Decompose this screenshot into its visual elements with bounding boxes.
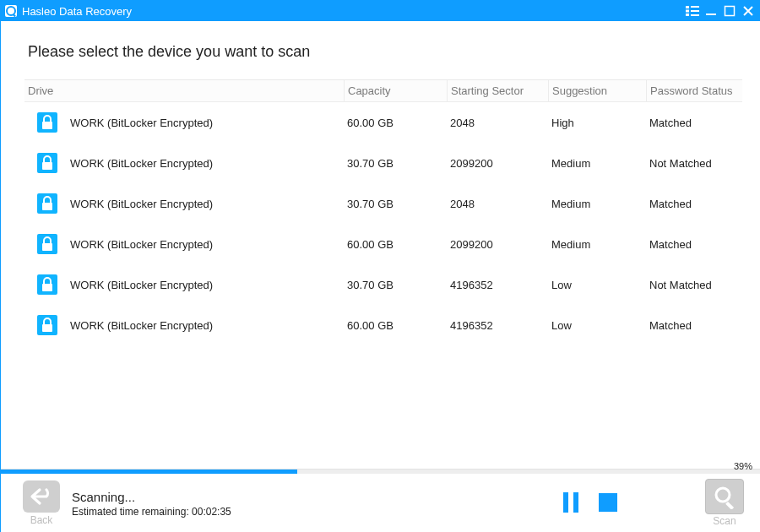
drive-name: WORK (BitLocker Encrypted) [67, 198, 213, 210]
scan-progress-percent: 39% [734, 461, 752, 471]
suggestion-cell: Medium [548, 198, 646, 210]
stop-button[interactable] [597, 491, 619, 514]
capacity-cell: 60.00 GB [344, 238, 447, 251]
starting-sector-cell: 2099200 [447, 157, 548, 170]
password-status-cell: Matched [646, 198, 742, 210]
footer-bar: 39% Back Scanning... Estimated time rema… [1, 474, 760, 532]
svg-rect-27 [725, 502, 734, 509]
app-icon [3, 3, 19, 19]
table-row[interactable]: WORK (BitLocker Encrypted)30.70 GB2048Me… [24, 183, 742, 224]
table-header: Drive Capacity Starting Sector Suggestio… [24, 80, 742, 102]
suggestion-cell: High [548, 117, 646, 129]
suggestion-cell: Medium [548, 238, 646, 251]
table-row[interactable]: WORK (BitLocker Encrypted)60.00 GB419635… [24, 305, 742, 345]
th-password-status[interactable]: Password Status [646, 80, 742, 101]
svg-rect-18 [42, 243, 52, 251]
lock-icon [36, 111, 58, 133]
starting-sector-cell: 2048 [447, 198, 548, 210]
maximize-button[interactable] [720, 2, 739, 20]
minimize-button[interactable] [702, 2, 720, 20]
scan-status: Scanning... [72, 490, 231, 504]
app-title: Hasleo Data Recovery [22, 5, 132, 18]
capacity-cell: 60.00 GB [344, 319, 447, 332]
svg-point-26 [716, 488, 730, 502]
table-row[interactable]: WORK (BitLocker Encrypted)60.00 GB209920… [24, 224, 742, 264]
device-table: Drive Capacity Starting Sector Suggestio… [24, 79, 742, 345]
drive-name: WORK (BitLocker Encrypted) [67, 319, 213, 332]
lock-icon [36, 193, 58, 214]
svg-rect-14 [42, 162, 52, 170]
starting-sector-cell: 4196352 [447, 279, 548, 291]
svg-rect-16 [42, 203, 52, 210]
capacity-cell: 60.00 GB [344, 117, 447, 129]
back-button[interactable] [23, 480, 60, 513]
scan-button[interactable] [705, 479, 744, 514]
th-starting-sector[interactable]: Starting Sector [447, 80, 548, 101]
svg-rect-10 [725, 7, 735, 16]
svg-rect-12 [42, 122, 52, 129]
title-bar: Hasleo Data Recovery [1, 1, 760, 21]
svg-rect-5 [686, 10, 689, 13]
svg-rect-20 [42, 284, 52, 291]
scan-label: Scan [713, 515, 736, 527]
table-row[interactable]: WORK (BitLocker Encrypted)30.70 GB419635… [24, 264, 742, 305]
starting-sector-cell: 2099200 [447, 238, 548, 251]
svg-rect-8 [691, 14, 699, 16]
th-capacity[interactable]: Capacity [344, 80, 447, 101]
password-status-cell: Not Matched [646, 157, 742, 170]
pause-button[interactable] [560, 491, 582, 514]
th-drive[interactable]: Drive [24, 84, 344, 97]
drive-name: WORK (BitLocker Encrypted) [67, 238, 213, 251]
page-heading: Please select the device you want to sca… [1, 21, 760, 79]
suggestion-cell: Low [548, 279, 646, 291]
svg-rect-22 [42, 324, 52, 332]
scan-eta: Estimated time remaining: 00:02:35 [72, 506, 231, 518]
password-status-cell: Matched [646, 238, 742, 251]
svg-rect-4 [691, 6, 699, 8]
th-suggestion[interactable]: Suggestion [548, 80, 646, 101]
svg-rect-25 [599, 493, 617, 512]
lock-icon [36, 314, 58, 336]
starting-sector-cell: 4196352 [447, 319, 548, 332]
password-status-cell: Matched [646, 117, 742, 129]
suggestion-cell: Medium [548, 157, 646, 170]
drive-name: WORK (BitLocker Encrypted) [67, 279, 213, 291]
svg-rect-3 [686, 6, 689, 8]
table-row[interactable]: WORK (BitLocker Encrypted)60.00 GB2048Hi… [24, 102, 742, 143]
drive-name: WORK (BitLocker Encrypted) [67, 157, 213, 170]
capacity-cell: 30.70 GB [344, 279, 447, 291]
drive-name: WORK (BitLocker Encrypted) [67, 117, 213, 129]
svg-rect-24 [573, 492, 578, 513]
menu-icon[interactable] [683, 2, 702, 20]
close-button[interactable] [739, 2, 757, 20]
password-status-cell: Not Matched [646, 279, 742, 291]
password-status-cell: Matched [646, 319, 742, 332]
lock-icon [36, 274, 58, 296]
capacity-cell: 30.70 GB [344, 157, 447, 170]
lock-icon [36, 152, 58, 174]
back-label: Back [30, 514, 53, 526]
lock-icon [36, 233, 58, 255]
svg-rect-9 [706, 14, 716, 15]
starting-sector-cell: 2048 [447, 117, 548, 129]
svg-rect-23 [563, 492, 568, 513]
svg-rect-7 [686, 14, 689, 16]
suggestion-cell: Low [548, 319, 646, 332]
capacity-cell: 30.70 GB [344, 198, 447, 210]
svg-rect-6 [691, 10, 699, 12]
table-row[interactable]: WORK (BitLocker Encrypted)30.70 GB209920… [24, 143, 742, 183]
